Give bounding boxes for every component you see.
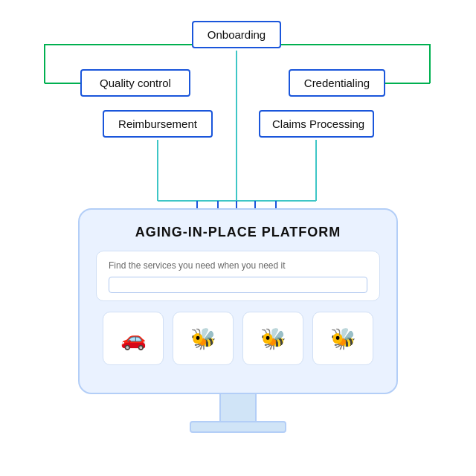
claims-processing-box: Claims Processing [259, 110, 374, 138]
monitor-wrap: AGING-IN-PLACE PLATFORM Find the service… [78, 208, 398, 433]
bee-heart-icon: 🐝 [260, 327, 286, 351]
icon-grid: 🚗 🐝 🐝 🐝 [96, 312, 380, 365]
icon-card-2[interactable]: 🐝 [173, 312, 234, 365]
icon-card-1[interactable]: 🚗 [103, 312, 164, 365]
search-input-bar[interactable] [109, 277, 367, 293]
icon-card-3[interactable]: 🐝 [242, 312, 303, 365]
quality-control-box: Quality control [80, 69, 190, 97]
monitor-title: AGING-IN-PLACE PLATFORM [96, 225, 380, 240]
bee-car-icon: 🚗 [120, 327, 147, 351]
monitor-neck [219, 394, 257, 421]
monitor-body: AGING-IN-PLACE PLATFORM Find the service… [78, 208, 398, 394]
credentialing-box: Credentialing [289, 69, 385, 97]
onboarding-box: Onboarding [192, 21, 281, 48]
icon-card-4[interactable]: 🐝 [312, 312, 373, 365]
search-hint: Find the services you need when you need… [109, 260, 367, 271]
diagram-container: Onboarding Quality control Credentialing… [0, 0, 476, 476]
bee-icon-1: 🐝 [190, 327, 216, 351]
monitor-base [190, 421, 286, 433]
search-box: Find the services you need when you need… [96, 251, 380, 301]
reimbursement-box: Reimbursement [103, 110, 213, 138]
bee-icon-2: 🐝 [330, 327, 356, 351]
